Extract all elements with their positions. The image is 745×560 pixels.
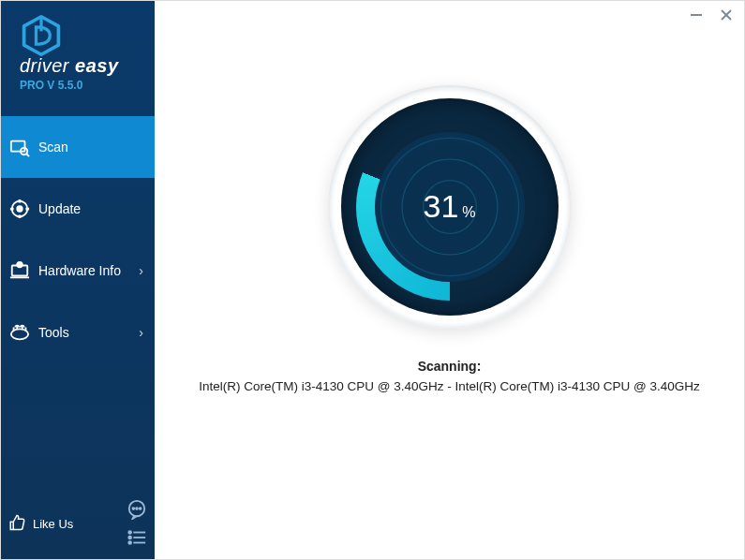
scan-status: Scanning: Intel(R) Core(TM) i3-4130 CPU … — [155, 359, 744, 393]
scan-panel: 31% Scanning: Intel(R) Core(TM) i3-4130 … — [155, 1, 744, 393]
chevron-right-icon: › — [139, 325, 143, 340]
sidebar: driver easy PRO V 5.5.0 Scan Update i Ha… — [1, 1, 155, 559]
minimize-button[interactable] — [688, 7, 705, 23]
scan-status-title: Scanning: — [155, 359, 744, 374]
nav-label-tools: Tools — [38, 325, 69, 340]
chevron-right-icon: › — [139, 263, 143, 278]
sidebar-footer: Like Us — [1, 490, 155, 559]
like-us-button[interactable]: Like Us — [8, 514, 73, 533]
nav-label-scan: Scan — [38, 140, 68, 155]
nav-label-hwinfo: Hardware Info — [38, 263, 121, 278]
svg-point-18 — [128, 537, 131, 539]
logo-block: driver easy PRO V 5.5.0 — [1, 1, 155, 99]
nav-item-update[interactable]: Update — [1, 178, 155, 240]
update-icon — [8, 198, 31, 220]
app-logo-icon — [20, 14, 63, 57]
svg-line-4 — [26, 154, 29, 156]
nav-item-scan[interactable]: Scan — [1, 116, 155, 178]
close-button[interactable] — [718, 7, 735, 23]
nav-item-hwinfo[interactable]: i Hardware Info › — [1, 240, 155, 302]
svg-rect-2 — [11, 141, 25, 152]
scan-icon — [8, 136, 31, 158]
thumbs-up-icon — [8, 514, 27, 533]
svg-point-15 — [140, 508, 142, 509]
svg-point-13 — [132, 508, 134, 509]
hardware-info-icon: i — [8, 259, 31, 282]
tools-icon — [8, 321, 31, 344]
percent-value: 31 — [423, 188, 458, 224]
progress-percent: 31% — [423, 188, 475, 225]
nav-item-tools[interactable]: Tools › — [1, 302, 155, 363]
brand-word1: driver — [20, 55, 69, 76]
main-content: 31% Scanning: Intel(R) Core(TM) i3-4130 … — [155, 1, 744, 559]
svg-point-20 — [128, 541, 131, 544]
svg-point-14 — [136, 508, 138, 509]
scan-status-detail: Intel(R) Core(TM) i3-4130 CPU @ 3.40GHz … — [155, 379, 744, 393]
progress-gauge: 31% — [328, 85, 572, 329]
percent-sign: % — [462, 204, 475, 220]
nav: Scan Update i Hardware Info › Tools › — [1, 116, 155, 363]
like-us-label: Like Us — [33, 517, 73, 531]
window-controls — [688, 7, 735, 23]
svg-point-16 — [128, 531, 131, 534]
version-label: PRO V 5.5.0 — [20, 79, 155, 92]
svg-point-6 — [17, 206, 22, 212]
feedback-icon[interactable] — [127, 499, 147, 520]
footer-right-icons — [127, 499, 147, 548]
menu-icon[interactable] — [127, 527, 147, 548]
brand-word2: easy — [75, 55, 119, 76]
brand-name: driver easy — [20, 55, 155, 77]
nav-label-update: Update — [38, 201, 81, 216]
